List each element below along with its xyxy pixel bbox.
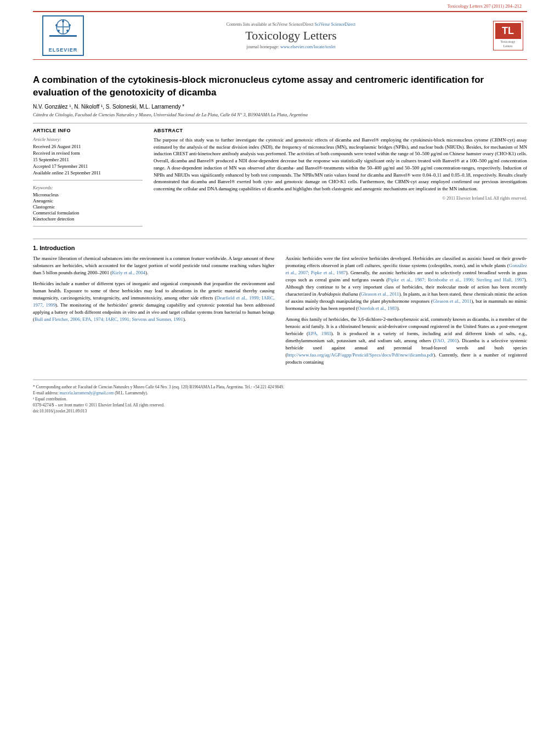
issn-line: 0378-4274/$ – see front matter © 2011 El… [33,403,527,408]
ref-gonzalez: González et al., 2007; Pipke et al., 198… [286,263,528,275]
page: Toxicology Letters 207 (2011) 204–212 [0,0,560,741]
abstract-col: ABSTRACT The purpose of this study was t… [154,128,527,231]
svg-rect-0 [49,35,77,37]
email-person: (M.L. Larramendy). [115,391,148,395]
revised-date: 15 September 2011 [33,157,143,162]
svg-point-7 [58,30,60,32]
keyword-5: Kinetochore detection [33,216,143,222]
intro-title: 1. Introduction [33,245,527,251]
info-divider [33,180,143,180]
ref-epa83: EPA, 1983 [308,331,331,336]
received-date: Received 26 August 2011 [33,144,143,149]
ref-dearfield: Dearfield et al., 1999; IARC, 1977, 1999 [33,295,275,308]
email-line: E-mail address: marcela.larramendy@gmail… [33,391,527,395]
intro-section: 1. Introduction The massive liberation o… [33,239,527,370]
accepted-date: Accepted 17 September 2011 [33,163,143,169]
page-footer: * Corresponding author at: Facultad de C… [33,380,527,414]
ref-osterloh: Osterloh et al., 1983 [358,306,397,311]
journal-homepage: journal homepage: www.elsevier.com/locat… [93,44,489,49]
intro-right-para2: Among this family of herbicides, the 3,6… [286,316,528,366]
intro-para2: Herbicides include a number of different… [33,280,275,323]
svg-point-6 [69,24,71,26]
keyword-divider [33,226,143,227]
tl-box: TL ToxicologyLetters [493,21,523,51]
intro-right-para1: Auxinic herbicides were the first select… [286,255,528,312]
ref-kiely: Kiely et al., 2004 [112,270,145,275]
email-link[interactable]: marcela.larramendy@gmail.com [60,391,114,395]
keyword-3: Clastogenic [33,204,143,210]
equal-contribution: ¹ Equal contribution. [33,397,527,401]
tl-logo: TL ToxicologyLetters [489,21,527,51]
ref-bull: Bull and Fletcher, 2006; EPA, 1974; IARC… [35,316,183,322]
svg-point-8 [66,30,69,32]
journal-center: Contents lists available at SciVerse Sci… [93,22,489,49]
tl-abbrev: TL [495,23,521,39]
footnotes: * Corresponding author at: Facultad de C… [33,384,527,414]
sciverse-anchor[interactable]: SciVerse ScienceDirect [314,22,355,27]
fao-url-link[interactable]: http://www.fao.org/ag/AGP/agpp/Pesticid/… [287,352,433,358]
article-title: A combination of the cytokinesis-block m… [33,74,527,99]
history-label: Article history: [33,137,143,142]
logo-box: ELSEVIER [42,15,84,56]
ref-pipke: Pipke et al., 1987; Reinbothe et al., 19… [388,277,524,282]
author-list: N.V. González ¹, N. Nikoloff ¹, S. Solon… [33,104,184,110]
svg-point-5 [62,20,64,22]
journal-ref: Toxicology Letters 207 (2011) 204–212 [33,3,527,9]
ref-gleason2: Gleason et al., 2011 [433,298,472,304]
intro-body: The massive liberation of chemical subst… [33,255,527,370]
elsevier-logo: ELSEVIER [33,15,93,56]
journal-name: Toxicology Letters [93,29,489,43]
ref-fao: FAO, 2001 [435,338,457,343]
article-info-heading: ARTICLE INFO [33,128,143,133]
keyword-1: Micronucleus [33,192,143,197]
received-revised-label: Received in revised form [33,150,143,156]
abstract-text: The purpose of this study was to further… [154,137,527,193]
authors: N.V. González ¹, N. Nikoloff ¹, S. Solon… [33,104,527,110]
intro-right-col: Auxinic herbicides were the first select… [286,255,528,370]
journal-header: Toxicology Letters 207 (2011) 204–212 [0,0,560,60]
keyword-2: Aneugenic [33,198,143,203]
tl-caption: ToxicologyLetters [495,40,521,49]
article-meta-abstract: ARTICLE INFO Article history: Received 2… [33,128,527,231]
affiliation: Cátedra de Citología, Facultad de Cienci… [33,112,527,117]
header-inner: ELSEVIER Contents lists available at Sci… [33,11,527,60]
intro-para1: The massive liberation of chemical subst… [33,255,275,276]
email-label: E-mail address: [33,391,59,395]
doi-line: doi:10.1016/j.toxlet.2011.09.013 [33,409,527,414]
homepage-url[interactable]: www.elsevier.com/locate/toxlet [280,44,336,49]
elsevier-tree-icon [47,19,80,46]
sciverse-link: Contents lists available at SciVerse Sci… [93,22,489,27]
keywords-label: Keywords: [33,185,143,190]
keyword-4: Commercial formulation [33,210,143,216]
divider-1 [33,123,527,123]
elsevier-text: ELSEVIER [47,47,80,53]
corresponding-note: * Corresponding author at: Facultad de C… [33,384,527,389]
svg-point-4 [55,24,58,26]
intro-left-col: The massive liberation of chemical subst… [33,255,275,370]
available-date: Available online 21 September 2011 [33,170,143,176]
article-content: A combination of the cytokinesis-block m… [0,60,560,420]
ref-gleason: Gleason et al., 2011 [361,291,399,297]
article-info-col: ARTICLE INFO Article history: Received 2… [33,128,143,231]
abstract-heading: ABSTRACT [154,128,527,133]
copyright: © 2011 Elsevier Ireland Ltd. All rights … [154,196,527,201]
